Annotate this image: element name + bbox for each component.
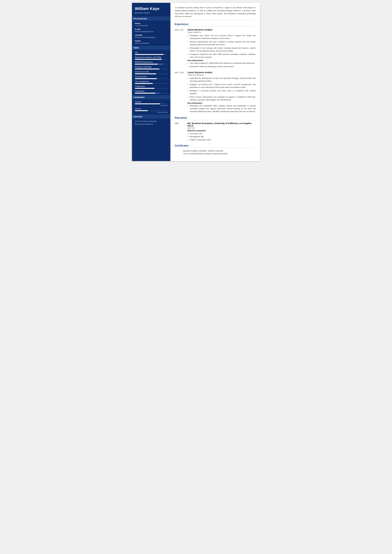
key-achievements-label: Key achievement: — [188, 102, 256, 104]
skills-list: SQLRequirement elicitation (JAD, BRD)BRM… — [135, 51, 168, 94]
skill-bar-bg — [135, 73, 168, 74]
email-value: william.kaye@gmail.com — [135, 31, 168, 33]
skill-bar-bg — [135, 69, 168, 70]
experience-item: 2014 - 2016Junior Business AnalystLaBeou… — [175, 71, 256, 113]
skill-bar-fill — [135, 78, 157, 79]
cert-item: Business Analytics Certificate—Stanford … — [183, 150, 256, 152]
languages-heading: Languages — [132, 95, 170, 99]
coursework-list: Economics 106Management 180English Compo… — [188, 132, 256, 141]
exp-bullet: Configured Salesforce and other CRM prod… — [190, 53, 256, 59]
language-bar-bg — [135, 103, 168, 104]
skill-bar-fill — [135, 83, 153, 84]
phone-label: Phone — [135, 22, 168, 24]
skill-bar-bg — [135, 83, 168, 84]
sidebar: William Kaye Business Analyst Personal I… — [132, 3, 170, 161]
main-content: A motivated business analyst with 4+ yea… — [170, 3, 260, 161]
exp-bullet: Participated in key meetings with client… — [190, 47, 256, 52]
skill-bar-fill — [135, 54, 164, 55]
skill-item: Organization — [135, 90, 168, 94]
exp-content: Junior Business AnalystLaBeouf & Wheaton… — [188, 71, 256, 113]
exp-bullet: Worked collaboratively with team members… — [190, 40, 256, 46]
education-section: Education 2008BA, Business Economics, Un… — [175, 116, 256, 141]
language-item: SpanishAdvanced — [135, 101, 168, 106]
key-achievements-label: Key achievements: — [188, 59, 256, 62]
exp-job-title: Senior Business Analyst — [188, 28, 256, 31]
twitter-value: twitter.com/williamk — [135, 42, 168, 44]
interests-list: Genchi Genbutsu philosophyRunning half-m… — [135, 120, 168, 125]
edu-content: BA, Business Economics, University of Ca… — [188, 122, 256, 141]
skill-bar-bg — [135, 59, 168, 60]
experience-list: 2016 - 2017Senior Business AnalystXytras… — [175, 28, 256, 113]
skill-bar-bg — [135, 78, 168, 79]
skill-item: Collaboration — [135, 85, 168, 89]
skill-name: Time management — [135, 80, 168, 83]
languages-list: SpanishAdvancedGermanConversational — [135, 101, 168, 113]
key-bullet: Saved $0.5 million by redesigning a clie… — [190, 65, 256, 68]
skill-item: SQL — [135, 51, 168, 55]
edu-gpa: GPA: 3.9 — [188, 127, 256, 129]
language-bar-fill — [135, 110, 148, 111]
skill-bar-fill — [135, 59, 162, 60]
skill-bar-bg — [135, 64, 168, 65]
personal-info-heading: Personal Info — [132, 16, 170, 21]
twitter-label: Twitter — [135, 40, 168, 42]
skill-bar-bg — [135, 54, 168, 55]
skill-item: Communication — [135, 76, 168, 79]
email-label: E-mail — [135, 28, 168, 30]
language-item: GermanConversational — [135, 108, 168, 113]
experience-heading: Experience — [175, 23, 256, 27]
skill-item: Time management — [135, 80, 168, 84]
certs-list: Business Analytics Certificate—Stanford … — [175, 150, 256, 155]
coursework-label: Relevant coursework: — [188, 130, 256, 132]
skill-item: Interpersonal skills — [135, 71, 168, 74]
exp-bullets: Developed user stories and to-be process… — [188, 34, 256, 59]
exp-bullet: Drove process improvement and managed al… — [190, 96, 256, 101]
education-heading: Education — [175, 116, 256, 120]
interest-item: Running half-marathons — [135, 123, 168, 125]
language-bar-bg — [135, 110, 168, 111]
skill-bar-bg — [135, 93, 168, 94]
exp-company: Xytras Media Inc. — [188, 31, 256, 33]
key-bullet: Led a team assigned to a $5M project tha… — [190, 62, 256, 65]
skill-name: SQL — [135, 51, 168, 54]
exp-bullet: Managed 5 concurrent projects and drove … — [190, 89, 256, 95]
language-name: Spanish — [135, 101, 168, 103]
skill-bar-bg — [135, 88, 168, 89]
resume-container: William Kaye Business Analyst Personal I… — [132, 3, 260, 161]
exp-dates: 2016 - 2017 — [175, 28, 185, 69]
candidate-name: William Kaye — [135, 6, 168, 11]
coursework-item: Economics 106 — [190, 132, 256, 135]
language-level: Conversational — [135, 111, 168, 113]
phone-value: +1-421-456-7878 — [135, 25, 168, 27]
coursework-item: English Composition 131B — [190, 138, 256, 141]
language-name: German — [135, 108, 168, 110]
key-bullet: Developed and maintained sales analytics… — [190, 104, 256, 113]
exp-bullet: Supported the development of sales and o… — [190, 77, 256, 83]
edu-degree: BA, Business Economics, University of Ca… — [188, 122, 256, 127]
interests-heading: Interests — [132, 114, 170, 119]
summary-text: A motivated business analyst with 4+ yea… — [175, 6, 256, 20]
candidate-title: Business Analyst — [135, 12, 168, 14]
experience-item: 2016 - 2017Senior Business AnalystXytras… — [175, 28, 256, 69]
skill-name: Communication — [135, 76, 168, 78]
education-item: 2008BA, Business Economics, University o… — [175, 122, 256, 141]
certificates-section: Certificates Business Analytics Certific… — [175, 144, 256, 155]
experience-section: Experience 2016 - 2017Senior Business An… — [175, 23, 256, 113]
coursework-item: Management 180 — [190, 135, 256, 138]
exp-bullet: Engaged and worked with 3 aligned teams … — [190, 83, 256, 89]
exp-bullets: Supported the development of sales and o… — [188, 77, 256, 101]
skill-item: BRM/CRM (Salesforce) — [135, 61, 168, 65]
language-level: Advanced — [135, 105, 168, 106]
exp-company: LaBeouf & Wheaton — [188, 74, 256, 76]
linkedin-value: linkedin.com/in/williamkaye — [135, 36, 168, 38]
skill-name: Interpersonal skills — [135, 71, 168, 73]
skill-name: Collaboration — [135, 85, 168, 87]
skill-name: Organization — [135, 90, 168, 92]
skill-name: BRM/CRM (Salesforce) — [135, 61, 168, 63]
skill-name: Requirement elicitation (JAD, BRD) — [135, 56, 168, 58]
skill-bar-fill — [135, 69, 160, 70]
key-bullets: Developed and maintained sales analytics… — [188, 104, 256, 113]
skill-name: Proficient in MS Office — [135, 66, 168, 68]
exp-bullet: Developed user stories and to-be process… — [190, 34, 256, 40]
skill-bar-fill — [135, 73, 156, 74]
